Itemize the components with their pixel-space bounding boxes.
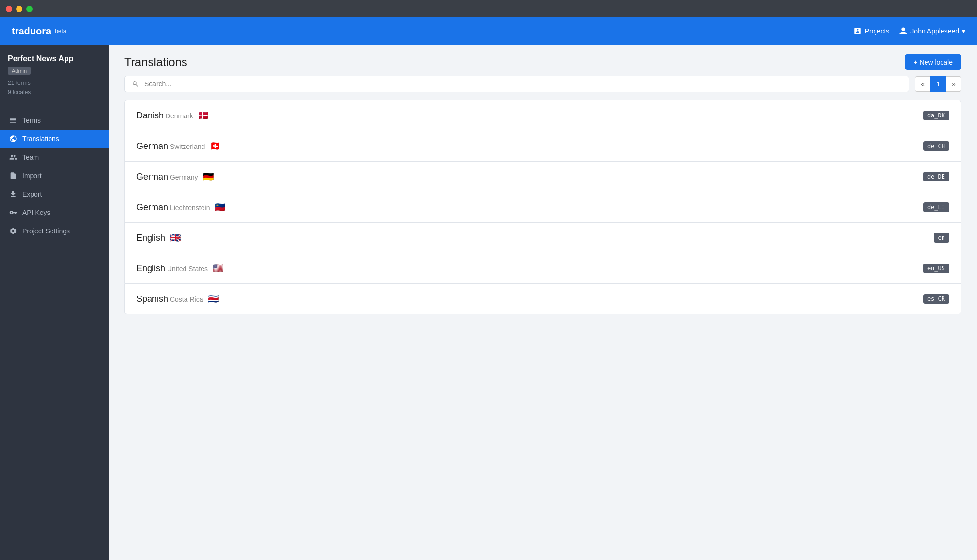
locale-flag: 🇨🇷 [208,294,219,304]
locale-code: es_CR [923,294,949,304]
pagination-prev[interactable]: « [915,76,930,92]
user-icon [899,27,908,35]
locale-code: da_DK [923,111,949,120]
sidebar-item-terms-label: Terms [22,116,41,124]
locale-name: English [136,233,165,243]
sidebar-admin-badge: Admin [8,67,31,75]
locale-item[interactable]: English United States🇺🇸en_US [124,253,961,283]
locale-item[interactable]: German Germany🇩🇪de_DE [124,161,961,192]
locale-name: Danish Denmark [136,111,193,121]
locale-left: German Switzerland🇨🇭 [136,141,220,151]
sidebar-item-project-settings-label: Project Settings [22,227,70,235]
maximize-button[interactable] [26,6,33,12]
brand-name: traduora [12,26,51,37]
search-input[interactable] [144,80,902,88]
sidebar-item-project-settings[interactable]: Project Settings [0,222,109,240]
search-box [124,76,909,92]
locale-code: de_CH [923,141,949,151]
content-header: Translations + New locale [109,45,977,76]
locale-code: de_LI [923,202,949,212]
sidebar-item-terms[interactable]: Terms [0,111,109,130]
locale-flag: 🇬🇧 [170,232,181,243]
brand-logo: traduora beta [12,26,853,37]
locale-name: German Switzerland [136,141,205,151]
locale-flag: 🇩🇪 [203,171,214,182]
close-button[interactable] [6,6,12,12]
export-icon [9,190,17,198]
locale-left: English United States🇺🇸 [136,263,223,274]
sidebar-project: Perfect News App Admin 21 terms 9 locale… [0,45,109,105]
locale-code: en_US [923,264,949,273]
locale-region: United States [165,265,208,273]
user-dropdown-icon: ▾ [962,27,965,35]
locale-code: en [934,233,949,243]
pagination: « 1 » [915,76,961,92]
locale-item[interactable]: Spanish Costa Rica🇨🇷es_CR [124,283,961,314]
locale-name: German Liechtenstein [136,202,210,213]
locale-item[interactable]: Danish Denmark🇩🇰da_DK [124,100,961,131]
pagination-next[interactable]: » [946,76,961,92]
locale-region: Denmark [164,112,193,120]
locale-left: Danish Denmark🇩🇰 [136,110,209,121]
user-menu[interactable]: John Appleseed ▾ [899,27,965,35]
minimize-button[interactable] [16,6,22,12]
sidebar-item-export-label: Export [22,190,42,198]
beta-label: beta [55,28,66,34]
main-layout: Perfect News App Admin 21 terms 9 locale… [0,45,977,560]
search-icon [132,80,139,88]
sidebar-navigation: Terms Translations Team [0,105,109,560]
new-locale-button[interactable]: + New locale [905,54,961,70]
content-body: « 1 » Danish Denmark🇩🇰da_DKGerman Switze… [109,76,977,560]
top-navigation: traduora beta Projects John Appleseed ▾ [0,17,977,45]
locale-name: German Germany [136,172,198,182]
projects-icon [853,27,862,35]
locale-region: Liechtenstein [168,204,210,212]
sidebar-locales-count: 9 locales [8,88,101,97]
content-area: Translations + New locale « 1 » [109,45,977,560]
locale-name: Spanish Costa Rica [136,294,203,304]
locale-region: Costa Rica [168,296,203,303]
locale-flag: 🇩🇰 [198,110,209,121]
sidebar-terms-count: 21 terms [8,79,101,88]
locale-flag: 🇺🇸 [213,263,223,274]
locale-flag: 🇨🇭 [210,141,220,151]
key-icon [9,208,17,217]
sidebar-item-team-label: Team [22,153,39,161]
pagination-current[interactable]: 1 [930,76,946,92]
locale-region: Germany [168,173,198,181]
search-row: « 1 » [124,76,961,92]
sidebar-item-translations-label: Translations [22,135,59,143]
sidebar-item-import-label: Import [22,172,42,180]
locale-left: German Liechtenstein🇱🇮 [136,202,225,213]
locale-left: English🇬🇧 [136,232,181,243]
settings-icon [9,227,17,235]
locale-flag: 🇱🇮 [215,202,225,213]
locale-item[interactable]: German Switzerland🇨🇭de_CH [124,131,961,161]
locale-item[interactable]: German Liechtenstein🇱🇮de_LI [124,192,961,222]
sidebar-item-api-keys[interactable]: API Keys [0,203,109,222]
locale-region: Switzerland [168,143,205,150]
projects-label: Projects [865,27,890,35]
sidebar-item-translations[interactable]: Translations [0,130,109,148]
sidebar-item-export[interactable]: Export [0,185,109,203]
locale-left: German Germany🇩🇪 [136,171,214,182]
locale-name: English United States [136,264,208,274]
list-icon [9,116,17,125]
team-icon [9,153,17,162]
sidebar-project-name: Perfect News App [8,54,101,63]
user-name: John Appleseed [910,27,959,35]
sidebar: Perfect News App Admin 21 terms 9 locale… [0,45,109,560]
sidebar-item-team[interactable]: Team [0,148,109,166]
title-bar [0,0,977,17]
sidebar-item-api-keys-label: API Keys [22,209,51,216]
projects-nav-item[interactable]: Projects [853,27,890,35]
import-icon [9,171,17,180]
locale-list: Danish Denmark🇩🇰da_DKGerman Switzerland🇨… [124,100,961,314]
locale-item[interactable]: English🇬🇧en [124,222,961,253]
locale-left: Spanish Costa Rica🇨🇷 [136,294,219,304]
globe-icon [9,134,17,143]
sidebar-item-import[interactable]: Import [0,166,109,185]
topnav-right: Projects John Appleseed ▾ [853,27,965,35]
locale-code: de_DE [923,172,949,181]
page-title: Translations [124,55,187,69]
